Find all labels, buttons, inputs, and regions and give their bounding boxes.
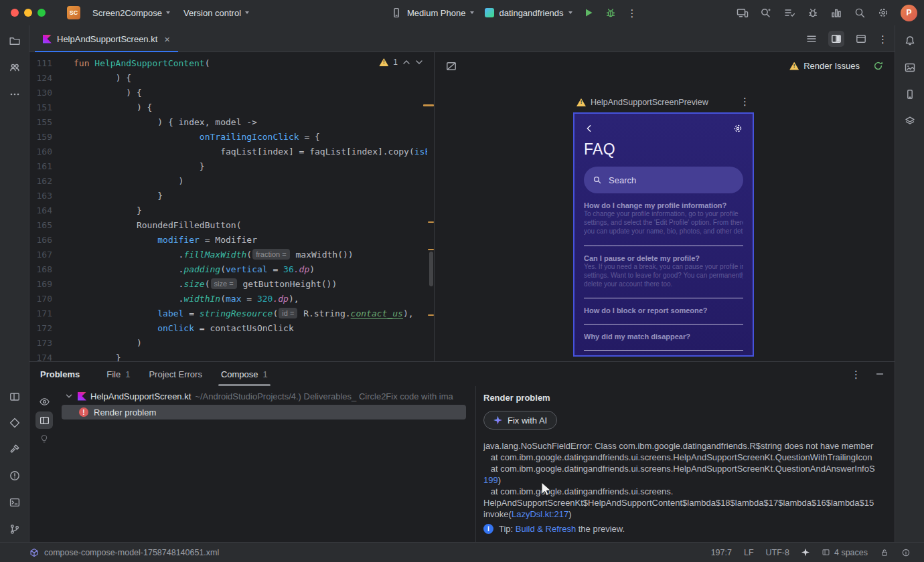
error-stripe-mark[interactable]: [428, 221, 434, 223]
project-menu[interactable]: Screen2Compose: [86, 5, 177, 21]
line-number[interactable]: 155: [29, 115, 52, 130]
code-line[interactable]: ) { index, model ->: [74, 115, 427, 130]
refresh-preview-icon[interactable]: [872, 60, 884, 72]
line-number[interactable]: 166: [29, 233, 52, 248]
line-number[interactable]: 169: [29, 277, 52, 292]
user-avatar[interactable]: P: [901, 5, 917, 21]
code-line[interactable]: }: [74, 159, 427, 174]
line-separator-widget[interactable]: LF: [744, 548, 754, 557]
resource-manager-icon[interactable]: [904, 62, 916, 74]
editor-list-icon[interactable]: [803, 31, 820, 47]
app-inspection-icon[interactable]: [807, 7, 819, 19]
code-line[interactable]: .fillMaxWidth(fraction = maxWidth()): [74, 248, 427, 262]
split-preview-icon[interactable]: [828, 31, 844, 47]
profiler-icon[interactable]: [830, 7, 842, 19]
fix-with-ai-button[interactable]: Fix with AI: [483, 411, 557, 430]
build-refresh-link[interactable]: Build & Refresh: [516, 524, 576, 534]
close-tab-icon[interactable]: ×: [164, 34, 170, 44]
phone-preview-screen[interactable]: FAQ Search How do I change my profile in…: [573, 112, 754, 357]
close-button[interactable]: [11, 9, 19, 17]
line-number[interactable]: 173: [29, 336, 52, 351]
next-warning-icon[interactable]: [415, 60, 423, 65]
code-line[interactable]: .size(size = getButtonHeight()): [74, 277, 427, 292]
more-run-actions-button[interactable]: ⋮: [627, 8, 637, 18]
notifications-bell-icon[interactable]: [904, 35, 916, 47]
new-window-icon[interactable]: [853, 31, 869, 47]
status-info-icon[interactable]: [901, 548, 911, 557]
search-icon[interactable]: [854, 7, 866, 19]
logcat-icon[interactable]: [9, 391, 21, 403]
render-issues-button[interactable]: Render Issues: [789, 61, 860, 71]
terminal-icon[interactable]: [9, 496, 21, 508]
project-folder-icon[interactable]: [9, 35, 21, 47]
build-icon[interactable]: [9, 443, 21, 455]
stack-link[interactable]: 199: [483, 475, 498, 485]
render-problem-row[interactable]: ! Render problem: [62, 405, 466, 419]
line-number[interactable]: 171: [29, 306, 52, 321]
device-manager-icon[interactable]: [904, 88, 916, 100]
run-configuration-selector[interactable]: datingandfriends: [485, 8, 572, 18]
git-branch-icon[interactable]: [9, 523, 21, 535]
todo-list-icon[interactable]: [783, 7, 795, 19]
line-number[interactable]: 151: [29, 100, 52, 115]
indent-widget[interactable]: 4 spaces: [822, 548, 868, 557]
chevron-down-icon[interactable]: [64, 391, 74, 401]
line-number[interactable]: 172: [29, 321, 52, 336]
details-view-icon[interactable]: [35, 411, 53, 429]
gemini-icon[interactable]: [904, 142, 916, 154]
line-number[interactable]: 164: [29, 203, 52, 218]
inspections-widget[interactable]: 1: [379, 58, 423, 67]
code-line[interactable]: }: [74, 351, 427, 361]
code-line[interactable]: RoundedFilledButton(: [74, 218, 427, 233]
prev-warning-icon[interactable]: [402, 60, 410, 65]
version-control-menu[interactable]: Version control: [177, 5, 256, 21]
code-line[interactable]: ) {: [74, 100, 427, 115]
line-number[interactable]: 111: [29, 56, 52, 71]
code-line[interactable]: fun HelpAndSupportContent(: [74, 56, 427, 71]
minimize-button[interactable]: [24, 9, 32, 17]
code-line[interactable]: onClick = contactUsOnClick: [74, 321, 427, 336]
problems-tab-file[interactable]: File1: [97, 362, 139, 386]
code-line[interactable]: }: [74, 203, 427, 218]
panel-options-kebab[interactable]: ⋮: [851, 369, 861, 379]
encoding-widget[interactable]: UTF-8: [766, 548, 789, 557]
preview-options-kebab[interactable]: ⋮: [740, 96, 750, 106]
run-button[interactable]: [583, 7, 594, 18]
layers-icon[interactable]: [904, 115, 916, 127]
status-file-widget[interactable]: compose-compose-model-1758748140651.xml: [29, 548, 219, 557]
problems-icon[interactable]: [9, 470, 21, 482]
app-insights-icon[interactable]: [9, 417, 21, 429]
line-number[interactable]: 165: [29, 218, 52, 233]
code-line[interactable]: faqList[index] = faqList[index].copy(isE: [74, 145, 427, 159]
code-line[interactable]: ): [74, 174, 427, 189]
line-number[interactable]: 130: [29, 86, 52, 100]
lock-icon[interactable]: [880, 548, 889, 557]
error-stripe-mark[interactable]: [428, 314, 434, 316]
editor-scrollbar[interactable]: [429, 252, 433, 286]
ai-search-icon[interactable]: [760, 7, 772, 19]
tab-helpandsupportscreen[interactable]: HelpAndSupportScreen.kt ×: [35, 25, 178, 52]
line-number[interactable]: 124: [29, 71, 52, 86]
error-stripe-mark[interactable]: [423, 104, 434, 106]
debug-button[interactable]: [605, 7, 617, 19]
line-number[interactable]: 170: [29, 292, 52, 306]
zoom-button[interactable]: [37, 9, 46, 17]
problems-tab-project-errors[interactable]: Project Errors: [139, 362, 211, 386]
caret-position-widget[interactable]: 197:7: [711, 548, 732, 557]
more-tool-windows-icon[interactable]: [9, 88, 21, 100]
settings-gear-icon[interactable]: [877, 7, 889, 19]
code-line[interactable]: label = stringResource(id = R.string.con…: [74, 306, 427, 321]
code-line[interactable]: ) {: [74, 86, 427, 100]
code-line[interactable]: .widthIn(max = 320.dp),: [74, 292, 427, 306]
preview-card-header[interactable]: HelpAndSupportScreenPreview: [576, 98, 744, 107]
stack-link[interactable]: LazyDsl.kt:217: [512, 509, 568, 519]
code-line[interactable]: modifier = Modifier: [74, 233, 427, 248]
line-number[interactable]: 159: [29, 130, 52, 145]
line-number[interactable]: 168: [29, 262, 52, 277]
problems-tab-compose[interactable]: Compose1: [212, 362, 277, 386]
preview-eye-icon[interactable]: [35, 393, 53, 410]
code-line[interactable]: ) {: [74, 71, 427, 86]
problems-file-row[interactable]: HelpAndSupportScreen.kt ~/AndroidStudioP…: [59, 389, 471, 403]
line-number[interactable]: 162: [29, 174, 52, 189]
line-number[interactable]: 174: [29, 351, 52, 361]
